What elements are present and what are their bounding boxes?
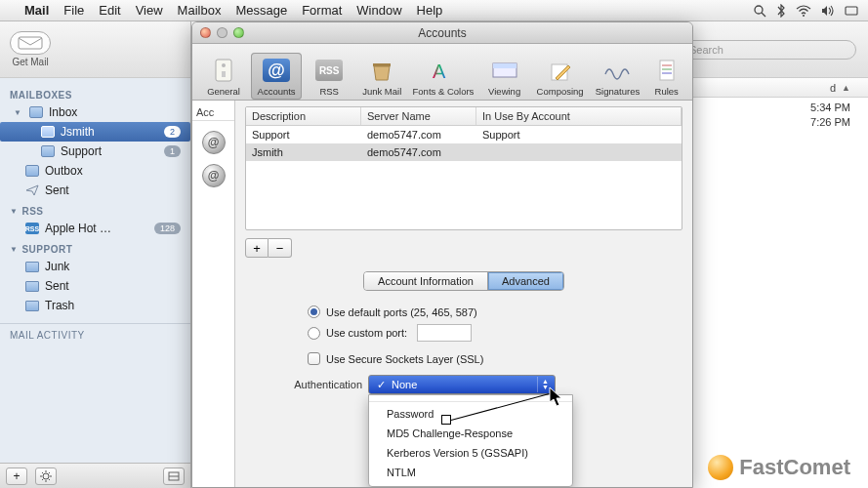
column-server[interactable]: Server Name [361, 107, 476, 125]
sidebar-item-label: Junk [45, 260, 69, 273]
menubar-edit[interactable]: Edit [99, 3, 120, 18]
at-icon: @ [261, 57, 292, 84]
authentication-menu: Password MD5 Challenge-Response Kerberos… [368, 394, 573, 487]
authentication-select[interactable]: ✓ None ▲▼ [368, 375, 556, 394]
tab-account-info[interactable]: Account Information [364, 272, 488, 290]
search-input[interactable]: Search [681, 40, 856, 60]
menubar-app[interactable]: Mail [24, 3, 49, 18]
wifi-icon[interactable] [796, 5, 811, 17]
account-avatar[interactable]: @ [202, 164, 226, 187]
disclosure-triangle-icon[interactable]: ▼ [14, 108, 23, 117]
menu-item-password[interactable]: Password [369, 401, 572, 424]
column-received[interactable]: d [830, 82, 836, 94]
sidebar-item-sent[interactable]: Sent [0, 181, 190, 200]
tab-composing[interactable]: Composing [532, 57, 589, 100]
menu-item-kerberos[interactable]: Kerberos Version 5 (GSSAPI) [369, 443, 572, 463]
menubar-message[interactable]: Message [235, 3, 287, 18]
svg-line-12 [42, 478, 43, 479]
menubar-mailbox[interactable]: Mailbox [178, 3, 222, 18]
rules-icon [651, 57, 682, 84]
disclosure-triangle-icon[interactable]: ▼ [10, 245, 18, 254]
viewing-icon [489, 57, 520, 84]
section-support: ▼SUPPORT [0, 238, 190, 257]
sent-icon [25, 184, 39, 196]
signatures-icon [601, 57, 633, 84]
svg-rect-16 [216, 60, 231, 81]
tab-rss[interactable]: RSS RSS [304, 53, 354, 100]
volume-icon[interactable] [821, 5, 835, 17]
svg-rect-19 [373, 63, 391, 66]
get-mail-button[interactable]: Get Mail [10, 31, 51, 67]
menu-item-ntlm[interactable]: NTLM [369, 463, 572, 482]
ssl-checkbox-row[interactable]: Use Secure Sockets Layer (SSL) [269, 345, 659, 371]
sidebar-item-label: Jsmith [61, 125, 95, 139]
disclosure-triangle-icon[interactable]: ▼ [10, 207, 18, 216]
column-inuse[interactable]: In Use By Account [476, 107, 682, 125]
sidebar-item-trash[interactable]: Trash [0, 296, 190, 315]
message-row[interactable]: 5:34 PM [810, 102, 850, 113]
close-window-button[interactable] [200, 27, 211, 38]
add-server-button[interactable]: + [245, 238, 269, 258]
checkbox-icon [308, 352, 320, 365]
folder-icon [25, 281, 39, 292]
sidebar-item-inbox[interactable]: ▼ Inbox [0, 102, 190, 122]
svg-rect-3 [846, 7, 857, 15]
tab-signatures[interactable]: Signatures [591, 53, 645, 100]
account-avatar[interactable]: @ [202, 131, 226, 154]
message-row[interactable]: 7:26 PM [810, 116, 850, 128]
radio-default-ports[interactable]: Use default ports (25, 465, 587) [269, 303, 659, 321]
radio-custom-port[interactable]: Use custom port: [269, 321, 659, 345]
add-mailbox-button[interactable]: + [6, 468, 27, 485]
sidebar-item-sent-folder[interactable]: Sent [0, 276, 190, 296]
column-description[interactable]: Description [246, 107, 361, 125]
tab-general[interactable]: General [198, 53, 249, 100]
preferences-body: Acc @ @ Description Server Name In Use B… [192, 101, 692, 487]
sidebar-item-outbox[interactable]: Outbox [0, 161, 190, 181]
svg-rect-22 [493, 63, 517, 68]
sidebar-item-jsmith[interactable]: Jsmith 2 [0, 122, 190, 142]
authentication-selected: None [392, 379, 417, 390]
sidebar-footer: + [0, 463, 190, 488]
sidebar-item-junk[interactable]: Junk [0, 257, 190, 276]
menubar-help[interactable]: Help [417, 3, 443, 18]
section-rss: ▼RSS [0, 200, 190, 219]
toggle-activity-button[interactable] [163, 468, 185, 485]
custom-port-input[interactable] [417, 324, 472, 342]
svg-text:A: A [433, 61, 446, 82]
sidebar-item-rss[interactable]: RSS Apple Hot … 128 [0, 219, 190, 238]
menubar-format[interactable]: Format [302, 3, 342, 18]
watermark: FastComet [708, 455, 850, 480]
bluetooth-icon[interactable] [776, 4, 786, 18]
menu-item-md5[interactable]: MD5 Challenge-Response [369, 424, 572, 443]
tab-rules[interactable]: Rules [646, 53, 686, 100]
tab-accounts[interactable]: @ Accounts [251, 53, 302, 100]
menubar-file[interactable]: File [63, 3, 84, 18]
menubar-window[interactable]: Window [356, 3, 401, 18]
envelope-icon [10, 31, 51, 55]
tab-advanced[interactable]: Advanced [488, 272, 563, 290]
sidebar-item-label: Trash [45, 299, 74, 312]
table-row[interactable]: Support demo5747.com Support [246, 126, 682, 143]
spotlight-icon[interactable] [753, 4, 766, 18]
remove-server-button[interactable]: − [269, 238, 292, 258]
minimize-window-button[interactable] [217, 27, 227, 38]
sidebar-item-support[interactable]: Support 1 [0, 142, 190, 161]
inbox-icon [41, 145, 55, 157]
radio-icon [308, 327, 320, 340]
tab-junk[interactable]: Junk Mail [356, 53, 407, 100]
unread-badge: 128 [154, 223, 181, 234]
sidebar-item-label: Inbox [49, 105, 77, 119]
rss-icon: RSS [25, 223, 39, 234]
table-row[interactable]: Jsmith demo5747.com [246, 143, 682, 161]
action-button[interactable] [35, 468, 57, 485]
zoom-window-button[interactable] [233, 27, 244, 38]
advanced-form: Use default ports (25, 465, 587) Use cus… [245, 299, 682, 408]
radio-icon [308, 305, 320, 318]
menu-extra-icon[interactable] [845, 5, 858, 17]
sort-indicator-icon[interactable]: ▲ [842, 83, 850, 93]
menubar-view[interactable]: View [136, 3, 163, 18]
activity-icon [168, 471, 180, 481]
tab-fonts[interactable]: A Fonts & Colors [409, 53, 476, 100]
tab-viewing[interactable]: Viewing [479, 53, 530, 100]
preferences-titlebar[interactable]: Accounts [192, 22, 692, 44]
